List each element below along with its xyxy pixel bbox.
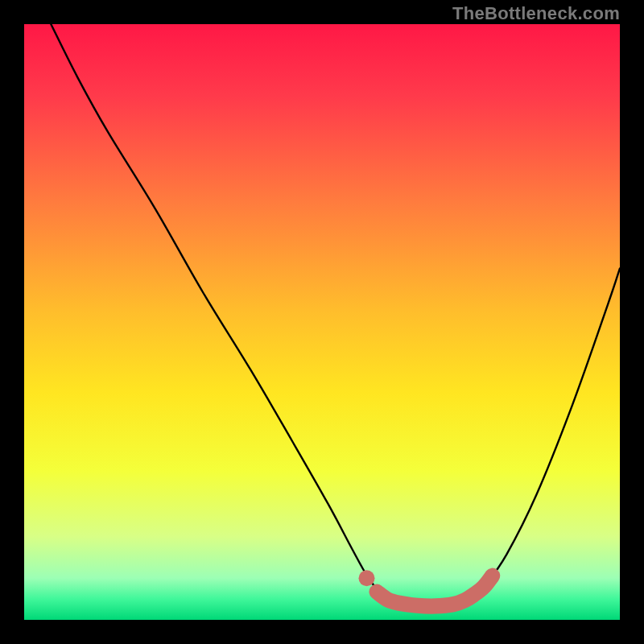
chart-canvas: TheBottleneck.com — [0, 0, 644, 644]
watermark-text: TheBottleneck.com — [452, 3, 620, 24]
background-gradient — [24, 24, 620, 620]
svg-rect-0 — [24, 24, 620, 620]
plot-area — [24, 24, 620, 620]
